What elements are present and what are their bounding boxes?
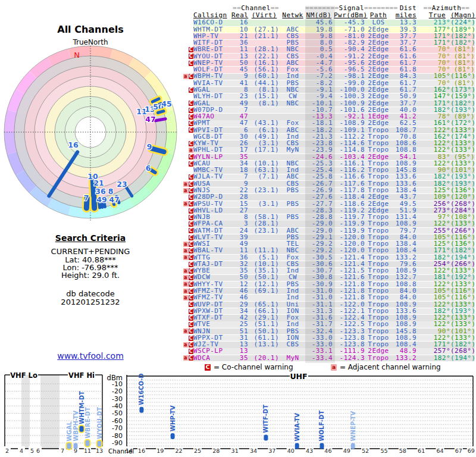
tvfool-report: 1610721364984723694711135045N All Channe… [0,0,476,457]
x-tick-label: 22 [176,447,183,454]
x-tick-label: 16 [138,447,145,454]
vhf-lo-label: VHF Lo [10,371,37,380]
cell-netwk: NBC [280,101,305,107]
warning-cell: C [182,174,193,180]
co-channel-warning-icon: C [189,141,193,146]
warning-cell: C [182,302,193,307]
co-channel-warning-icon: C [189,208,193,214]
warning-cell: aC [182,255,193,260]
warning-cell: C [182,108,193,113]
cell-nm: -33.4 [305,355,334,362]
co-channel-warning-icon: C [189,181,193,187]
co-channel-warning-icon: C [189,221,193,227]
cell-virt: (13.1) [248,342,280,348]
x-tick-label: 11 [84,447,91,454]
cell-virt: (8.1) [248,101,280,107]
warning-cell: aC [182,328,193,334]
x-tick-label: 40 [287,447,295,454]
col-header: Real [231,12,248,19]
channel-number-label: 23 [117,180,127,189]
cell-real: 35 [231,355,248,362]
signal-bar [155,119,165,121]
warning-cell: C [182,228,193,233]
band-gap [40,375,60,449]
cell-virt: (23.1) [248,187,280,194]
station-marker [67,443,71,449]
north-marker: N [74,51,80,60]
band-power-charts: -10-20-30-40-50-60-70-80-90dBmVHF LoVHF … [0,364,476,457]
warning-cell: aC [182,74,193,79]
co-channel-warning-icon: C [189,215,193,220]
warning-cell: C [182,349,193,354]
co-channel-warning-icon: C [189,315,193,321]
y-tick-label: -80 [112,432,123,440]
co-channel-warning-icon: C [189,336,193,341]
x-tick-label: 5 [30,447,34,454]
warning-cell: C [182,61,193,66]
table-header: ==Channel==========Signal========Dist==A… [182,5,476,19]
station-marker [351,443,355,449]
warning-cell: aC [182,289,193,294]
warning-cell: C [182,154,193,159]
channel-number-label: 6 [146,164,151,173]
warning-cell: aC [182,242,193,247]
warning-cell: a [182,148,193,153]
cell-netwk: MyN [280,147,305,154]
co-channel-warning-icon: C [189,235,193,240]
cell-netwk: CBS [280,342,305,348]
north-orientation-label: TrueNorth [0,38,181,46]
warning-cell: C [182,47,193,52]
co-channel-warning-icon: C [189,349,193,354]
signal-bar [151,148,164,152]
band-gap [21,375,30,449]
warning-cell: C [182,235,193,240]
x-tick-label: 6 [36,447,40,454]
db-datecode-value: 201201251232 [0,298,181,306]
warning-cell: aC [182,201,193,206]
x-axis-label: Channel [108,447,134,455]
co-channel-warning-icon: C [189,262,193,267]
co-channel-warning-icon: C [189,228,193,233]
x-tick-label: 49 [343,447,350,454]
azimuth-group-header: ==Azimuth== [418,5,475,12]
warning-cell: C [182,101,193,106]
x-tick-label: 58 [399,447,406,454]
warning-cell: C [182,315,193,321]
db-datecode-label: db datecode [0,289,181,298]
col-header: Callsign [193,12,231,19]
warning-cell: C [182,262,193,267]
cell-netwk: PBS [280,201,305,208]
cell-virt: (3.1) [248,201,280,208]
station-label: W16CO-D [138,373,145,405]
x-tick-label: 7 [61,447,64,454]
y-tick-label: -70 [112,424,123,432]
adjacent-warning-icon: a [183,295,188,301]
cell-virt: (69.1) [248,288,280,295]
warning-cell: aC [182,281,193,287]
co-channel-warning-icon: C [189,61,193,66]
warning-cell: aC [182,355,193,361]
co-channel-warning-icon: C [189,355,193,361]
co-channel-warning-icon: C [189,275,193,280]
x-tick-label: 13 [96,447,103,454]
co-channel-warning-icon: C [189,114,193,120]
radar-title: All Channels [0,24,181,35]
table-body: W16CO-D1645.6-45.3LOS13.3213°(224°)WHTM-… [182,20,475,362]
cell-pwr: -124.3 [334,355,365,362]
co-channel-warning-icon: C [189,127,193,133]
col-header: (Magn) [450,12,475,19]
antenna-height: Height: 29.0 ft. [0,271,181,280]
cell-virt: (7.1) [248,174,280,180]
channel-group-header: ==Channel== [231,5,280,12]
co-channel-warning-icon: C [189,322,193,327]
tvfool-link[interactable]: www.tvfool.com [57,351,124,361]
cell-netwk: PBS [280,214,305,221]
station-label: WGAL [66,421,73,442]
co-channel-warning-icon: C [189,201,193,206]
co-channel-warning-icon: C [189,248,193,253]
warning-cell: aC [182,188,193,193]
adjacent-warning-icon: a [183,342,188,348]
dist-group-header: Dist [392,5,418,12]
x-tick-label: 69 [468,447,475,454]
x-tick-label: 61 [418,447,425,454]
